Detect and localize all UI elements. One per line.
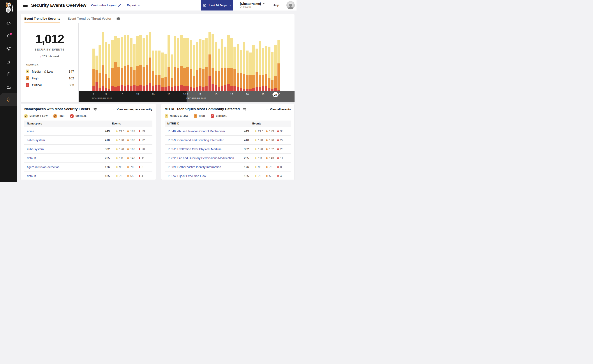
row-link[interactable]: T1052: Exfiltration Over Physical Medium: [167, 147, 244, 151]
customize-layout-button[interactable]: Customize Layout: [91, 4, 121, 7]
row-link[interactable]: T1589: Gather Victim Identity Informatio…: [167, 165, 244, 169]
severity-filter-critical[interactable]: ✓Critical563: [26, 83, 74, 87]
tab-event-trend-by-severity[interactable]: Event Trend by Severity: [24, 14, 60, 23]
stacked-bar[interactable]: [268, 47, 270, 91]
stacked-bar[interactable]: [165, 54, 167, 91]
row-link[interactable]: tigera-intrusion-detection: [27, 165, 105, 169]
row-link[interactable]: T1059: Command and Scripting Interpreter: [167, 138, 244, 142]
stacked-bar[interactable]: [265, 46, 267, 91]
stacked-bar[interactable]: [205, 38, 208, 91]
stacked-bar[interactable]: [218, 49, 220, 91]
stacked-bar[interactable]: [193, 45, 195, 91]
stacked-bar[interactable]: [186, 38, 189, 91]
stacked-bar[interactable]: [146, 35, 148, 91]
stacked-bar[interactable]: [174, 36, 176, 91]
filter-high[interactable]: ✓HIGH: [53, 114, 65, 118]
stacked-bar[interactable]: [180, 35, 183, 91]
stacked-bar[interactable]: [117, 38, 120, 91]
row-link[interactable]: T1222: File and Directory Permissions Mo…: [167, 156, 244, 160]
stacked-bar[interactable]: [121, 37, 123, 91]
sidebar-item-policies-edit[interactable]: [0, 55, 17, 68]
chart-filter-icon[interactable]: [116, 17, 120, 20]
stacked-bar[interactable]: [208, 32, 211, 91]
stacked-bar[interactable]: [158, 51, 160, 91]
stacked-bar[interactable]: [133, 44, 136, 91]
stacked-bar[interactable]: [105, 42, 107, 91]
checkbox-checked-icon[interactable]: ✓: [26, 83, 29, 87]
stacked-bar[interactable]: [202, 40, 205, 91]
stacked-bar[interactable]: [233, 47, 236, 91]
stacked-bar[interactable]: [227, 35, 230, 91]
row-link[interactable]: kube-system: [27, 147, 105, 151]
stacked-bar[interactable]: [224, 47, 227, 91]
view-namespace-security-link[interactable]: → View namespace security: [112, 108, 153, 111]
checkbox-checked-icon[interactable]: ✓: [26, 70, 29, 73]
filter-medium-low[interactable]: ✓MEDIUM & LOW: [24, 114, 48, 118]
stacked-bar[interactable]: [212, 34, 214, 91]
filter-medium-low[interactable]: ✓MEDIUM & LOW: [165, 114, 188, 118]
stacked-bar[interactable]: [130, 38, 133, 91]
tab-event-trend-by-threat-vector[interactable]: Event Trend by Threat Vector: [67, 14, 112, 23]
stacked-bar[interactable]: [190, 40, 192, 91]
stacked-bar[interactable]: [136, 36, 139, 91]
stacked-bar[interactable]: [246, 51, 248, 91]
stacked-bar[interactable]: [111, 40, 114, 91]
stacked-bar[interactable]: [161, 52, 164, 91]
row-link[interactable]: acme: [27, 130, 105, 133]
date-range-button[interactable]: Last 30 Days: [201, 0, 233, 11]
sidebar-item-alerts-bell[interactable]: [0, 30, 17, 42]
stacked-bar[interactable]: [277, 40, 280, 91]
stacked-bar[interactable]: [93, 49, 95, 91]
stacked-bar[interactable]: [183, 38, 186, 91]
filter-critical[interactable]: ✓CRITICAL: [211, 114, 227, 118]
stacked-bar[interactable]: [167, 35, 170, 91]
filter-high[interactable]: ✓HIGH: [194, 114, 205, 118]
namespaces-filter-icon[interactable]: [93, 107, 97, 111]
stacked-bar[interactable]: [259, 41, 261, 91]
export-button[interactable]: Export: [127, 4, 140, 7]
row-link[interactable]: default: [27, 174, 105, 178]
sidebar-item-compliance-clipboard[interactable]: [0, 68, 17, 80]
stacked-bar[interactable]: [221, 39, 223, 91]
row-link[interactable]: T1548: Abuse Elevation Control Mechanism: [167, 130, 244, 133]
sidebar-item-workloads-box[interactable]: [0, 80, 17, 93]
severity-filter-medium-low[interactable]: ✓Medium & Low347: [26, 70, 74, 73]
sidebar-item-service-graph[interactable]: [0, 42, 17, 55]
stacked-bar[interactable]: [252, 45, 255, 91]
stacked-bar[interactable]: [127, 35, 129, 91]
stacked-bar[interactable]: [271, 52, 273, 91]
view-all-events-link[interactable]: → View all events: [265, 108, 291, 111]
stacked-bar[interactable]: [108, 44, 110, 91]
stacked-bar[interactable]: [102, 32, 104, 91]
filter-critical[interactable]: ✓CRITICAL: [70, 114, 87, 118]
stacked-bar[interactable]: [171, 54, 173, 91]
hamburger-menu-icon[interactable]: [23, 4, 28, 7]
stacked-bar[interactable]: [124, 35, 126, 91]
severity-filter-high[interactable]: ✓High102: [26, 76, 74, 80]
stacked-bar[interactable]: [199, 39, 201, 91]
stacked-bar[interactable]: [99, 45, 101, 91]
sidebar-item-threat-defense-shield[interactable]: [0, 93, 17, 106]
stacked-bar[interactable]: [177, 38, 179, 91]
stacked-bar[interactable]: [274, 45, 277, 91]
calico-cat-logo[interactable]: [3, 1, 14, 13]
stacked-bar[interactable]: [243, 42, 245, 91]
row-link[interactable]: T1574: Hijack Execution Flow: [167, 174, 244, 178]
selected-day-marker[interactable]: 29: [273, 92, 279, 97]
stacked-bar[interactable]: [114, 36, 117, 91]
stacked-bar[interactable]: [237, 44, 239, 91]
checkbox-checked-icon[interactable]: ✓: [26, 76, 29, 80]
stacked-bar[interactable]: [155, 51, 157, 91]
sidebar-item-home[interactable]: [0, 17, 17, 30]
stacked-bar[interactable]: [143, 38, 145, 91]
stacked-bar[interactable]: [149, 32, 151, 91]
stacked-bar[interactable]: [215, 42, 217, 91]
row-link[interactable]: default: [27, 156, 105, 160]
stacked-bar[interactable]: [230, 38, 233, 91]
stacked-bar[interactable]: [196, 42, 198, 91]
mitre-filter-icon[interactable]: [243, 107, 247, 111]
help-link[interactable]: Help: [273, 4, 279, 7]
stacked-bar[interactable]: [256, 49, 258, 91]
stacked-bar[interactable]: [262, 48, 264, 91]
row-link[interactable]: calico-system: [27, 138, 105, 142]
